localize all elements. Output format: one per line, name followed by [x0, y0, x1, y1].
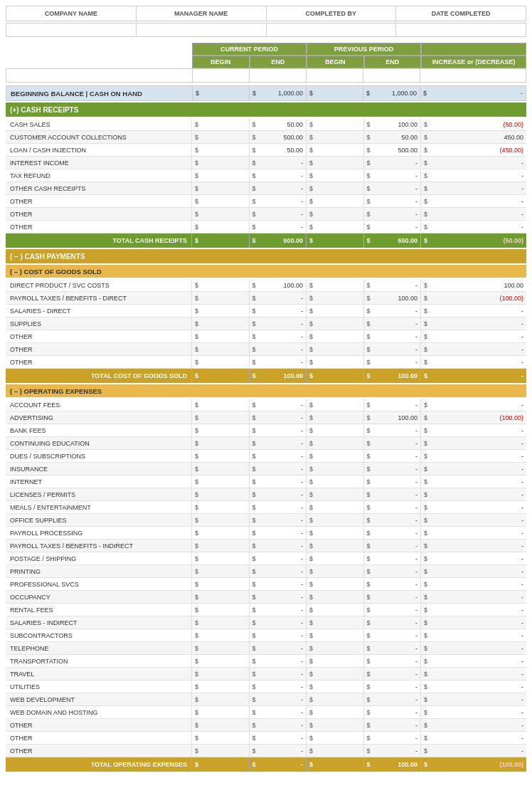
- row-cv[interactable]: $-: [250, 399, 307, 411]
- beginning-balance-prev-end[interactable]: $ 1,000.00: [363, 86, 420, 100]
- row-pb[interactable]: $: [307, 292, 364, 304]
- row-pb[interactable]: $: [307, 208, 364, 220]
- row-cb[interactable]: $: [192, 591, 250, 603]
- row-cb[interactable]: $: [192, 399, 250, 411]
- row-pv[interactable]: $-: [364, 305, 422, 317]
- row-cv[interactable]: $-: [250, 424, 307, 436]
- row-pv[interactable]: $-: [364, 330, 422, 342]
- row-cb[interactable]: $: [192, 488, 250, 500]
- company-name-value[interactable]: [6, 23, 137, 36]
- row-pb[interactable]: $: [307, 488, 364, 500]
- row-pv[interactable]: $-: [364, 437, 422, 449]
- row-cb[interactable]: $: [192, 169, 250, 182]
- row-pv[interactable]: $-: [364, 195, 422, 207]
- row-cb[interactable]: $: [192, 527, 250, 539]
- row-cv[interactable]: $50.00: [250, 118, 307, 130]
- row-pv[interactable]: $-: [364, 356, 422, 368]
- row-pb[interactable]: $: [307, 221, 364, 233]
- row-cb[interactable]: $: [192, 706, 250, 718]
- row-cb[interactable]: $: [192, 450, 250, 462]
- row-pb[interactable]: $: [307, 399, 364, 411]
- row-cb[interactable]: $: [192, 317, 250, 330]
- row-pv[interactable]: $-: [364, 540, 422, 552]
- row-cb[interactable]: $: [192, 157, 250, 169]
- row-cb[interactable]: $: [192, 411, 250, 424]
- row-cb[interactable]: $: [192, 668, 250, 680]
- row-pv[interactable]: $50.00: [364, 131, 422, 143]
- row-pv[interactable]: $-: [364, 463, 422, 475]
- row-cb[interactable]: $: [192, 131, 250, 143]
- row-cv[interactable]: $-: [250, 527, 307, 539]
- row-pv[interactable]: $-: [364, 642, 422, 654]
- row-pb[interactable]: $: [307, 629, 364, 641]
- row-cv[interactable]: $-: [250, 655, 307, 667]
- row-cb[interactable]: $: [192, 356, 250, 368]
- row-cb[interactable]: $: [192, 552, 250, 564]
- row-cb[interactable]: $: [192, 292, 250, 304]
- row-cb[interactable]: $: [192, 578, 250, 590]
- row-pb[interactable]: $: [307, 182, 364, 194]
- row-cb[interactable]: $: [192, 693, 250, 705]
- row-pv[interactable]: $-: [364, 552, 422, 564]
- completed-by-value[interactable]: [267, 23, 397, 36]
- row-pb[interactable]: $: [307, 118, 364, 130]
- row-pb[interactable]: $: [307, 131, 364, 143]
- row-pv[interactable]: $-: [364, 317, 422, 330]
- row-cb[interactable]: $: [192, 514, 250, 526]
- row-cv[interactable]: $-: [250, 182, 307, 194]
- row-cb[interactable]: $: [192, 208, 250, 220]
- row-cb[interactable]: $: [192, 655, 250, 667]
- row-pv[interactable]: $-: [364, 476, 422, 488]
- row-pv[interactable]: $-: [364, 424, 422, 436]
- row-cb[interactable]: $: [192, 719, 250, 731]
- row-cb[interactable]: $: [192, 195, 250, 207]
- row-pb[interactable]: $: [307, 144, 364, 156]
- row-cv[interactable]: $-: [250, 604, 307, 616]
- row-cb[interactable]: $: [192, 330, 250, 342]
- row-cv[interactable]: $-: [250, 169, 307, 182]
- row-cb[interactable]: $: [192, 565, 250, 577]
- row-cb[interactable]: $: [192, 745, 250, 757]
- row-pv[interactable]: $-: [364, 706, 422, 718]
- row-cv[interactable]: $-: [250, 463, 307, 475]
- row-pb[interactable]: $: [307, 437, 364, 449]
- row-pv[interactable]: $-: [364, 629, 422, 641]
- row-cv[interactable]: $-: [250, 221, 307, 233]
- row-cb[interactable]: $: [192, 437, 250, 449]
- row-cb[interactable]: $: [192, 343, 250, 355]
- row-pv[interactable]: $100.00: [364, 411, 422, 424]
- row-pb[interactable]: $: [307, 565, 364, 577]
- row-pv[interactable]: $100.00: [364, 292, 422, 304]
- row-pb[interactable]: $: [307, 706, 364, 718]
- row-cb[interactable]: $: [192, 463, 250, 475]
- row-cb[interactable]: $: [192, 604, 250, 616]
- row-pb[interactable]: $: [307, 668, 364, 680]
- row-cv[interactable]: $-: [250, 208, 307, 220]
- row-cv[interactable]: $50.00: [250, 144, 307, 156]
- row-pv[interactable]: $-: [364, 343, 422, 355]
- row-pv[interactable]: $-: [364, 732, 422, 744]
- row-pb[interactable]: $: [307, 450, 364, 462]
- row-cv[interactable]: $-: [250, 578, 307, 590]
- row-pv[interactable]: $-: [364, 591, 422, 603]
- row-pb[interactable]: $: [307, 343, 364, 355]
- row-cv[interactable]: $-: [250, 668, 307, 680]
- row-cv[interactable]: $100.00: [250, 279, 307, 291]
- row-cv[interactable]: $-: [250, 629, 307, 641]
- row-cb[interactable]: $: [192, 424, 250, 436]
- row-pv[interactable]: $-: [364, 527, 422, 539]
- row-pb[interactable]: $: [307, 305, 364, 317]
- row-pv[interactable]: $-: [364, 655, 422, 667]
- row-cv[interactable]: $-: [250, 591, 307, 603]
- row-cv[interactable]: $-: [250, 476, 307, 488]
- manager-name-value[interactable]: [137, 23, 267, 36]
- row-pv[interactable]: $-: [364, 668, 422, 680]
- row-cb[interactable]: $: [192, 144, 250, 156]
- row-pv[interactable]: $-: [364, 208, 422, 220]
- row-pb[interactable]: $: [307, 356, 364, 368]
- row-cv[interactable]: $-: [250, 642, 307, 654]
- row-pb[interactable]: $: [307, 732, 364, 744]
- row-pb[interactable]: $: [307, 616, 364, 629]
- row-pv[interactable]: $-: [364, 488, 422, 500]
- row-cv[interactable]: $-: [250, 343, 307, 355]
